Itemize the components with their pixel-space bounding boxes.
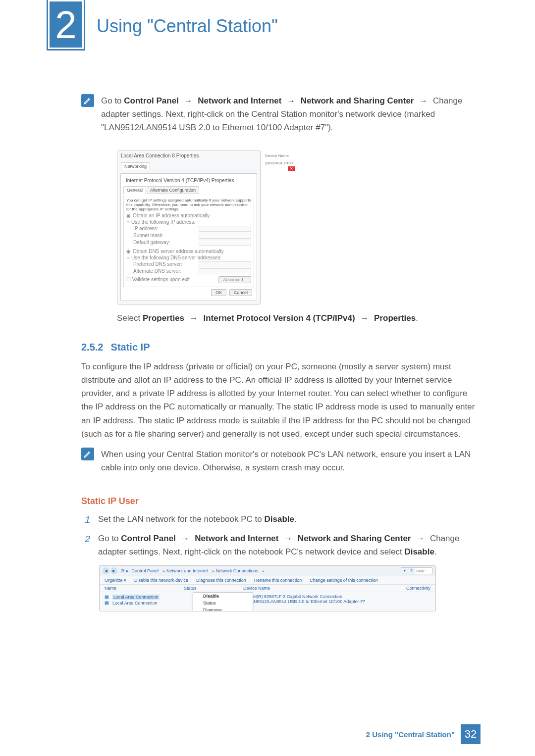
ctx-status: Status <box>193 600 253 606</box>
note-block: When using your Central Station monitor'… <box>81 448 478 481</box>
arrow-icon: → <box>281 534 295 543</box>
dialog-title: Internet Protocol Version 4 (TCP/IPv4) P… <box>123 176 254 185</box>
subsection-heading: Static IP User <box>81 496 478 506</box>
label-mask: Subnet mask: <box>133 233 197 238</box>
address-bar: ◄► 🖳 ▸ Control Panel Network and Interne… <box>100 566 435 576</box>
input-mask <box>199 233 251 239</box>
step-number: 2 <box>81 532 90 547</box>
label: Device Name <box>263 151 295 158</box>
label-adns: Alternate DNS server: <box>133 268 197 274</box>
text: Select <box>117 313 143 323</box>
close-icon: ✕ <box>288 166 295 171</box>
path-segment: Internet Protocol Version 4 (TCP/IPv4) <box>204 313 355 323</box>
connections-body: Local Area Connection Local Area Connect… <box>100 592 435 611</box>
network-icon <box>105 594 110 600</box>
tab-networking: Networking <box>121 162 150 170</box>
diagnose-button: Diagnose this connection <box>196 578 246 583</box>
connection-name: Local Area Connection <box>112 601 158 605</box>
input-ip <box>199 226 251 232</box>
device-name-column: Intel(R) 82567LF-3 Gigabit Network Conne… <box>248 594 365 604</box>
search-input <box>415 568 432 574</box>
arrow-icon: → <box>413 534 428 543</box>
arrow-icon: → <box>357 313 372 323</box>
bold-text: Disable <box>404 547 434 556</box>
text: Go to <box>98 534 121 543</box>
arrow-icon: → <box>416 96 430 105</box>
col-device: Device Name <box>243 586 382 591</box>
tab-alternate: Alternate Configuration <box>147 186 199 194</box>
breadcrumb: Network and Internet <box>161 568 208 573</box>
section-number: 2.5.2 <box>81 342 108 353</box>
paragraph: To configure the IP address (private or … <box>81 360 478 441</box>
svg-rect-1 <box>105 602 108 605</box>
back-icon: ◄ <box>103 567 109 574</box>
instruction-text: Select Properties → Internet Protocol Ve… <box>117 311 478 325</box>
label: ynhanASL PRO ✕ <box>263 158 295 171</box>
organize-button: Organize ▾ <box>105 578 126 583</box>
screenshot-tcpip-properties: Device Name ynhanASL PRO ✕ Local Area Co… <box>117 151 261 304</box>
path-segment: Properties <box>143 313 184 323</box>
context-menu: Disable Status Diagnose 🛡Bridge Connecti… <box>193 592 253 611</box>
section-heading: 2.5.2 Static IP <box>81 342 478 353</box>
radio-use-dns: Use the following DNS server addresses: <box>131 255 221 260</box>
rename-button: Rename this connection <box>254 578 302 583</box>
path-segment: Control Panel <box>121 534 176 543</box>
label-pdns: Preferred DNS server: <box>133 261 197 267</box>
device-name: Intel(R) 82567LF-3 Gigabit Network Conne… <box>248 594 365 599</box>
arrow-icon: → <box>284 96 298 105</box>
path-segment: Network and Internet <box>198 96 281 105</box>
list-item: 2 Go to Control Panel → Network and Inte… <box>81 532 478 558</box>
arrow-icon: → <box>178 534 193 543</box>
document-page: 2 Using "Central Station" Go to Control … <box>0 0 535 756</box>
path-segment: Properties <box>374 313 416 323</box>
table-row: Local Area Connection <box>105 594 160 600</box>
radio-use-ip: Use the following IP address: <box>131 219 195 225</box>
toolbar: Organize ▾ Disable this network device D… <box>100 576 435 585</box>
arrow-icon: → <box>181 96 196 105</box>
chapter-number-badge: 2 <box>47 0 85 50</box>
text: . <box>434 547 437 556</box>
tab-general: General <box>123 186 146 194</box>
main-content: Go to Control Panel → Network and Intern… <box>81 94 478 611</box>
step-number: 1 <box>81 512 90 527</box>
pencil-icon <box>81 94 94 107</box>
input-pdns <box>199 261 251 267</box>
inner-dialog: Internet Protocol Version 4 (TCP/IPv4) P… <box>120 173 257 301</box>
disable-device-button: Disable this network device <box>134 578 188 583</box>
col-status: Status <box>184 586 243 591</box>
path-segment: Network and Sharing Center <box>298 534 411 543</box>
section-title: Static IP <box>111 342 150 353</box>
tab-strip: Networking <box>117 160 260 170</box>
page-number: 32 <box>461 724 481 744</box>
svg-rect-0 <box>105 596 108 599</box>
cancel-button: Cancel <box>229 289 252 296</box>
footer-chapter-label: 2 Using "Central Station" <box>366 730 455 739</box>
radio-obtain-dns: Obtain DNS server address automatically <box>133 249 223 254</box>
step-list: 1 Set the LAN network for the notebook P… <box>81 512 478 558</box>
col-name: Name <box>105 586 184 591</box>
text: . <box>294 514 297 524</box>
path-segment: Control Panel <box>124 96 179 105</box>
pencil-icon <box>81 448 94 460</box>
network-icon <box>105 600 110 606</box>
nav-buttons: ◄► <box>103 567 117 574</box>
arrow-icon: → <box>187 313 201 323</box>
radio-obtain-ip: Obtain an IP address automatically <box>133 213 210 218</box>
note-text: Go to Control Panel → Network and Intern… <box>101 94 478 135</box>
breadcrumb: Network Connections <box>211 568 259 573</box>
device-name: LAN9512/LAN9514 USB 2.0 to Ethernet 10/1… <box>248 599 365 604</box>
forward-icon: ► <box>110 567 117 574</box>
screenshot-network-connections: ◄► 🖳 ▸ Control Panel Network and Interne… <box>99 565 436 611</box>
list-item: 1 Set the LAN network for the notebook P… <box>81 512 478 527</box>
input-gateway <box>199 240 251 246</box>
advanced-button: Advanced... <box>218 276 251 283</box>
path-segment: Network and Sharing Center <box>301 96 414 105</box>
ctx-disable: Disable <box>193 593 253 600</box>
ctx-diagnose: Diagnose <box>193 606 253 611</box>
col-connectivity: Connectivity <box>406 586 430 591</box>
note-block: Go to Control Panel → Network and Intern… <box>81 94 478 142</box>
bold-text: Disable <box>264 514 294 524</box>
page-footer: 2 Using "Central Station" 32 <box>366 724 481 744</box>
input-adns <box>199 268 251 274</box>
text: Go to <box>101 96 124 105</box>
